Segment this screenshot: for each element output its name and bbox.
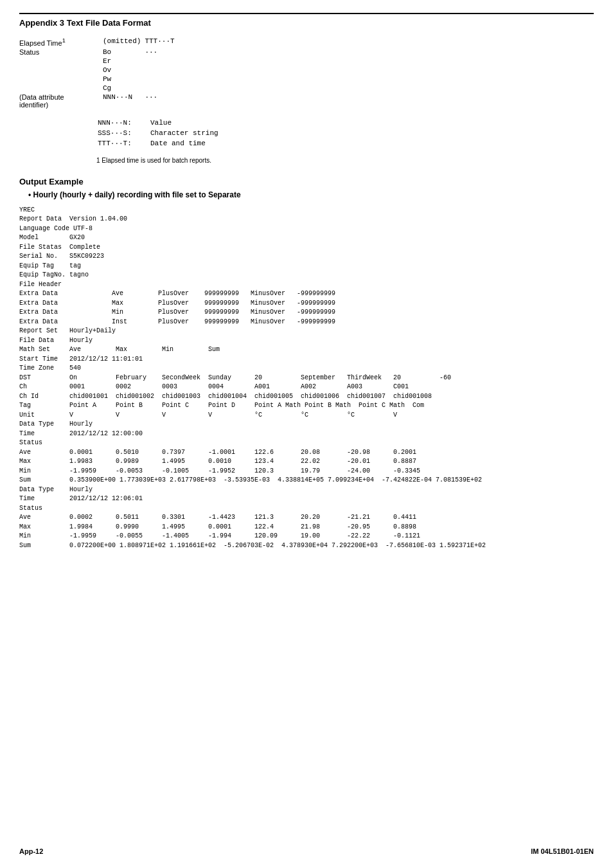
sss-row: SSS···S: Character string: [98, 129, 224, 138]
data-attribute-nnn: NNN···N: [103, 93, 145, 109]
status-bo: Bo: [103, 48, 145, 57]
sss-desc: Character string: [150, 129, 224, 138]
ttt-desc: Date and time: [150, 139, 224, 148]
nnn-legend-table: NNN···N: Value SSS···S: Character string…: [96, 117, 594, 149]
status-ov-row: Ov: [19, 66, 179, 75]
section-title: Appendix 3 Text File Data Format: [19, 18, 594, 28]
elapsed-time-row: Elapsed Time1 (omitted) TTT···T: [19, 37, 179, 48]
nnn-code: NNN···N:: [98, 118, 149, 127]
footer-left: App-12: [19, 847, 43, 855]
output-subtitle: Hourly (hourly + daily) recording with f…: [19, 190, 594, 199]
status-row: Status Bo ···: [19, 48, 179, 57]
nnn-desc: Value: [150, 118, 224, 127]
status-pw-row: Pw: [19, 75, 179, 84]
page-footer: App-12 IM 04L51B01-01EN: [19, 847, 594, 855]
ttt-code: TTT···T:: [98, 139, 149, 148]
section-header: Appendix 3 Text File Data Format: [19, 13, 594, 28]
footnote: 1 Elapsed time is used for batch reports…: [96, 157, 594, 164]
status-ov: Ov: [103, 66, 145, 75]
status-dots: ···: [145, 48, 178, 57]
elapsed-time-col2: TTT···T: [145, 37, 178, 48]
output-section: Output Example Hourly (hourly + daily) r…: [19, 177, 594, 551]
status-cg: Cg: [103, 84, 145, 93]
status-er-row: Er: [19, 57, 179, 66]
status-pw: Pw: [103, 75, 145, 84]
nnn-value-row: NNN···N: Value: [98, 118, 224, 127]
data-attribute-dots: ···: [145, 93, 178, 109]
data-attribute-label: (Data attributeidentifier): [19, 93, 103, 109]
data-attribute-row: (Data attributeidentifier) NNN···N ···: [19, 93, 179, 109]
ttt-row: TTT···T: Date and time: [98, 139, 224, 148]
elapsed-time-col1: (omitted): [103, 37, 145, 48]
status-label: Status: [19, 48, 103, 57]
status-cg-row: Cg: [19, 84, 179, 93]
output-title: Output Example: [19, 177, 594, 186]
elapsed-time-label: Elapsed Time1: [19, 37, 103, 48]
status-er: Er: [103, 57, 145, 66]
footer-right: IM 04L51B01-01EN: [531, 847, 594, 855]
data-format-table: Elapsed Time1 (omitted) TTT···T Status B…: [19, 37, 594, 109]
sss-code: SSS···S:: [98, 129, 149, 138]
code-block: YREC Report Data Version 1.04.00 Languag…: [19, 206, 594, 551]
